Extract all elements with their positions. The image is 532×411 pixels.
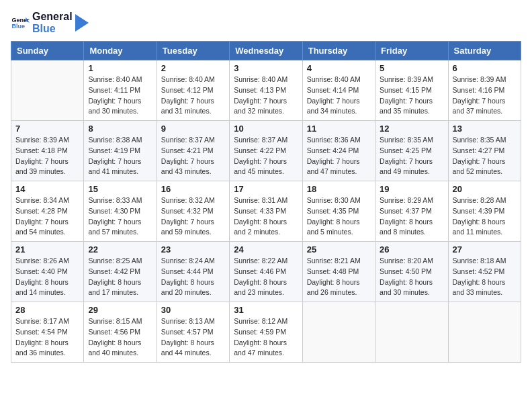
day-number: 18 xyxy=(307,184,371,194)
weekday-header-monday: Monday xyxy=(84,42,157,60)
weekday-header-wednesday: Wednesday xyxy=(230,42,302,60)
day-number: 2 xyxy=(161,63,225,73)
day-info: Sunrise: 8:40 AMSunset: 4:12 PMDaylight:… xyxy=(161,75,225,117)
calendar-cell: 22Sunrise: 8:25 AMSunset: 4:42 PMDayligh… xyxy=(84,242,157,302)
day-number: 3 xyxy=(234,63,298,73)
day-number: 14 xyxy=(15,184,79,194)
day-info: Sunrise: 8:39 AMSunset: 4:18 PMDaylight:… xyxy=(15,135,79,177)
day-info: Sunrise: 8:32 AMSunset: 4:32 PMDaylight:… xyxy=(161,195,225,238)
day-info: Sunrise: 8:37 AMSunset: 4:22 PMDaylight:… xyxy=(234,135,298,177)
day-info: Sunrise: 8:24 AMSunset: 4:44 PMDaylight:… xyxy=(161,256,225,298)
calendar-cell: 2Sunrise: 8:40 AMSunset: 4:12 PMDaylight… xyxy=(157,60,229,121)
calendar-cell: 21Sunrise: 8:26 AMSunset: 4:40 PMDayligh… xyxy=(11,242,84,302)
calendar-cell: 7Sunrise: 8:39 AMSunset: 4:18 PMDaylight… xyxy=(11,121,84,181)
day-number: 10 xyxy=(234,124,298,134)
day-info: Sunrise: 8:22 AMSunset: 4:46 PMDaylight:… xyxy=(234,256,298,298)
day-number: 12 xyxy=(380,124,443,134)
day-number: 24 xyxy=(234,244,298,255)
day-info: Sunrise: 8:38 AMSunset: 4:19 PMDaylight:… xyxy=(88,135,152,177)
calendar-week-row: 7Sunrise: 8:39 AMSunset: 4:18 PMDaylight… xyxy=(11,121,521,181)
logo: General Blue General Blue xyxy=(11,11,89,34)
calendar-cell: 19Sunrise: 8:29 AMSunset: 4:37 PMDayligh… xyxy=(375,181,448,242)
page-header: General Blue General Blue xyxy=(11,11,521,34)
calendar-cell: 3Sunrise: 8:40 AMSunset: 4:13 PMDaylight… xyxy=(230,60,302,121)
calendar-cell xyxy=(448,302,521,363)
calendar-cell: 25Sunrise: 8:21 AMSunset: 4:48 PMDayligh… xyxy=(302,242,375,302)
calendar-cell: 8Sunrise: 8:38 AMSunset: 4:19 PMDaylight… xyxy=(84,121,157,181)
calendar-cell: 4Sunrise: 8:40 AMSunset: 4:14 PMDaylight… xyxy=(302,60,375,121)
logo-icon: General Blue xyxy=(11,13,30,32)
calendar-cell: 5Sunrise: 8:39 AMSunset: 4:15 PMDaylight… xyxy=(375,60,448,121)
calendar-table: SundayMondayTuesdayWednesdayThursdayFrid… xyxy=(11,41,521,363)
day-info: Sunrise: 8:40 AMSunset: 4:11 PMDaylight:… xyxy=(88,75,152,117)
calendar-cell: 6Sunrise: 8:39 AMSunset: 4:16 PMDaylight… xyxy=(448,60,521,121)
calendar-cell xyxy=(11,60,84,121)
day-number: 19 xyxy=(380,184,443,194)
day-info: Sunrise: 8:39 AMSunset: 4:15 PMDaylight:… xyxy=(380,75,443,117)
calendar-cell: 30Sunrise: 8:13 AMSunset: 4:57 PMDayligh… xyxy=(157,302,229,363)
calendar-cell xyxy=(375,302,448,363)
calendar-cell: 9Sunrise: 8:37 AMSunset: 4:21 PMDaylight… xyxy=(157,121,229,181)
day-info: Sunrise: 8:35 AMSunset: 4:27 PMDaylight:… xyxy=(453,135,517,177)
day-number: 1 xyxy=(88,63,152,73)
calendar-cell xyxy=(302,302,375,363)
weekday-header-friday: Friday xyxy=(375,42,448,60)
day-number: 11 xyxy=(307,124,371,134)
day-number: 6 xyxy=(453,63,517,73)
calendar-cell: 14Sunrise: 8:34 AMSunset: 4:28 PMDayligh… xyxy=(11,181,84,242)
day-number: 8 xyxy=(88,124,152,134)
calendar-cell: 28Sunrise: 8:17 AMSunset: 4:54 PMDayligh… xyxy=(11,302,84,363)
day-number: 31 xyxy=(234,305,298,315)
day-info: Sunrise: 8:15 AMSunset: 4:56 PMDaylight:… xyxy=(88,316,152,359)
day-info: Sunrise: 8:26 AMSunset: 4:40 PMDaylight:… xyxy=(15,256,79,298)
day-info: Sunrise: 8:34 AMSunset: 4:28 PMDaylight:… xyxy=(15,195,79,238)
day-info: Sunrise: 8:33 AMSunset: 4:30 PMDaylight:… xyxy=(88,195,152,238)
day-info: Sunrise: 8:35 AMSunset: 4:25 PMDaylight:… xyxy=(380,135,443,177)
calendar-cell: 17Sunrise: 8:31 AMSunset: 4:33 PMDayligh… xyxy=(230,181,302,242)
calendar-week-row: 1Sunrise: 8:40 AMSunset: 4:11 PMDaylight… xyxy=(11,60,521,121)
calendar-week-row: 28Sunrise: 8:17 AMSunset: 4:54 PMDayligh… xyxy=(11,302,521,363)
day-info: Sunrise: 8:40 AMSunset: 4:14 PMDaylight:… xyxy=(307,75,371,117)
day-number: 9 xyxy=(161,124,225,134)
day-number: 29 xyxy=(88,305,152,315)
weekday-header-thursday: Thursday xyxy=(302,42,375,60)
calendar-week-row: 21Sunrise: 8:26 AMSunset: 4:40 PMDayligh… xyxy=(11,242,521,302)
day-info: Sunrise: 8:17 AMSunset: 4:54 PMDaylight:… xyxy=(15,316,79,359)
day-info: Sunrise: 8:30 AMSunset: 4:35 PMDaylight:… xyxy=(307,195,371,238)
day-number: 30 xyxy=(161,305,225,315)
day-info: Sunrise: 8:29 AMSunset: 4:37 PMDaylight:… xyxy=(380,195,443,238)
day-info: Sunrise: 8:13 AMSunset: 4:57 PMDaylight:… xyxy=(161,316,225,359)
day-info: Sunrise: 8:40 AMSunset: 4:13 PMDaylight:… xyxy=(234,75,298,117)
calendar-cell: 27Sunrise: 8:18 AMSunset: 4:52 PMDayligh… xyxy=(448,242,521,302)
svg-marker-3 xyxy=(75,14,89,32)
day-number: 15 xyxy=(88,184,152,194)
logo-general: General xyxy=(32,11,73,23)
day-number: 20 xyxy=(453,184,517,194)
weekday-header-sunday: Sunday xyxy=(11,42,84,60)
day-info: Sunrise: 8:28 AMSunset: 4:39 PMDaylight:… xyxy=(453,195,517,238)
day-info: Sunrise: 8:36 AMSunset: 4:24 PMDaylight:… xyxy=(307,135,371,177)
calendar-cell: 11Sunrise: 8:36 AMSunset: 4:24 PMDayligh… xyxy=(302,121,375,181)
day-info: Sunrise: 8:37 AMSunset: 4:21 PMDaylight:… xyxy=(161,135,225,177)
day-info: Sunrise: 8:21 AMSunset: 4:48 PMDaylight:… xyxy=(307,256,371,298)
calendar-cell: 18Sunrise: 8:30 AMSunset: 4:35 PMDayligh… xyxy=(302,181,375,242)
calendar-cell: 26Sunrise: 8:20 AMSunset: 4:50 PMDayligh… xyxy=(375,242,448,302)
day-number: 27 xyxy=(453,244,517,255)
day-number: 25 xyxy=(307,244,371,255)
calendar-cell: 24Sunrise: 8:22 AMSunset: 4:46 PMDayligh… xyxy=(230,242,302,302)
day-info: Sunrise: 8:25 AMSunset: 4:42 PMDaylight:… xyxy=(88,256,152,298)
calendar-cell: 31Sunrise: 8:12 AMSunset: 4:59 PMDayligh… xyxy=(230,302,302,363)
calendar-week-row: 14Sunrise: 8:34 AMSunset: 4:28 PMDayligh… xyxy=(11,181,521,242)
calendar-cell: 16Sunrise: 8:32 AMSunset: 4:32 PMDayligh… xyxy=(157,181,229,242)
weekday-header-row: SundayMondayTuesdayWednesdayThursdayFrid… xyxy=(11,42,521,60)
day-number: 23 xyxy=(161,244,225,255)
day-info: Sunrise: 8:18 AMSunset: 4:52 PMDaylight:… xyxy=(453,256,517,298)
day-number: 22 xyxy=(88,244,152,255)
logo-blue: Blue xyxy=(32,23,73,35)
day-number: 7 xyxy=(15,124,79,134)
weekday-header-tuesday: Tuesday xyxy=(157,42,229,60)
logo-chevron-icon xyxy=(75,14,89,32)
day-number: 4 xyxy=(307,63,371,73)
day-number: 28 xyxy=(15,305,79,315)
day-number: 5 xyxy=(380,63,443,73)
